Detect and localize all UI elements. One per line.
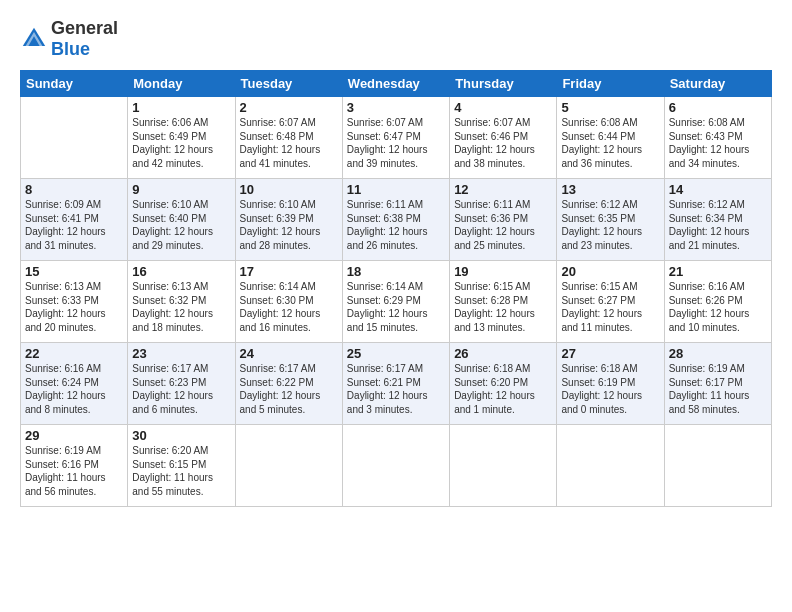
day-info: Sunrise: 6:18 AMSunset: 6:19 PMDaylight:… bbox=[561, 363, 642, 415]
day-number: 15 bbox=[25, 264, 123, 279]
day-number: 11 bbox=[347, 182, 445, 197]
calendar-day-cell: 24 Sunrise: 6:17 AMSunset: 6:22 PMDaylig… bbox=[235, 343, 342, 425]
calendar-day-cell: 27 Sunrise: 6:18 AMSunset: 6:19 PMDaylig… bbox=[557, 343, 664, 425]
day-info: Sunrise: 6:20 AMSunset: 6:15 PMDaylight:… bbox=[132, 445, 213, 497]
calendar-day-cell: 15 Sunrise: 6:13 AMSunset: 6:33 PMDaylig… bbox=[21, 261, 128, 343]
calendar-header-thursday: Thursday bbox=[450, 71, 557, 97]
empty-cell bbox=[450, 425, 557, 507]
calendar-day-cell: 2 Sunrise: 6:07 AMSunset: 6:48 PMDayligh… bbox=[235, 97, 342, 179]
calendar-day-cell: 20 Sunrise: 6:15 AMSunset: 6:27 PMDaylig… bbox=[557, 261, 664, 343]
day-number: 13 bbox=[561, 182, 659, 197]
day-info: Sunrise: 6:11 AMSunset: 6:36 PMDaylight:… bbox=[454, 199, 535, 251]
day-info: Sunrise: 6:10 AMSunset: 6:39 PMDaylight:… bbox=[240, 199, 321, 251]
empty-cell bbox=[557, 425, 664, 507]
empty-cell bbox=[235, 425, 342, 507]
calendar-day-cell: 12 Sunrise: 6:11 AMSunset: 6:36 PMDaylig… bbox=[450, 179, 557, 261]
day-number: 19 bbox=[454, 264, 552, 279]
day-info: Sunrise: 6:07 AMSunset: 6:46 PMDaylight:… bbox=[454, 117, 535, 169]
day-info: Sunrise: 6:13 AMSunset: 6:32 PMDaylight:… bbox=[132, 281, 213, 333]
day-number: 21 bbox=[669, 264, 767, 279]
day-info: Sunrise: 6:11 AMSunset: 6:38 PMDaylight:… bbox=[347, 199, 428, 251]
calendar-day-cell: 10 Sunrise: 6:10 AMSunset: 6:39 PMDaylig… bbox=[235, 179, 342, 261]
calendar-day-cell: 14 Sunrise: 6:12 AMSunset: 6:34 PMDaylig… bbox=[664, 179, 771, 261]
empty-cell bbox=[21, 97, 128, 179]
header: General Blue bbox=[20, 18, 772, 60]
calendar-day-cell: 28 Sunrise: 6:19 AMSunset: 6:17 PMDaylig… bbox=[664, 343, 771, 425]
calendar-week-row: 1 Sunrise: 6:06 AMSunset: 6:49 PMDayligh… bbox=[21, 97, 772, 179]
logo-icon bbox=[20, 25, 48, 53]
day-info: Sunrise: 6:07 AMSunset: 6:48 PMDaylight:… bbox=[240, 117, 321, 169]
day-info: Sunrise: 6:16 AMSunset: 6:24 PMDaylight:… bbox=[25, 363, 106, 415]
day-number: 30 bbox=[132, 428, 230, 443]
day-number: 10 bbox=[240, 182, 338, 197]
empty-cell bbox=[664, 425, 771, 507]
day-number: 26 bbox=[454, 346, 552, 361]
calendar-header-wednesday: Wednesday bbox=[342, 71, 449, 97]
day-number: 9 bbox=[132, 182, 230, 197]
day-info: Sunrise: 6:06 AMSunset: 6:49 PMDaylight:… bbox=[132, 117, 213, 169]
calendar-day-cell: 23 Sunrise: 6:17 AMSunset: 6:23 PMDaylig… bbox=[128, 343, 235, 425]
day-number: 18 bbox=[347, 264, 445, 279]
calendar-day-cell: 6 Sunrise: 6:08 AMSunset: 6:43 PMDayligh… bbox=[664, 97, 771, 179]
calendar-day-cell: 5 Sunrise: 6:08 AMSunset: 6:44 PMDayligh… bbox=[557, 97, 664, 179]
day-number: 3 bbox=[347, 100, 445, 115]
calendar-header-tuesday: Tuesday bbox=[235, 71, 342, 97]
calendar-table: SundayMondayTuesdayWednesdayThursdayFrid… bbox=[20, 70, 772, 507]
day-number: 25 bbox=[347, 346, 445, 361]
logo-blue-text: Blue bbox=[51, 39, 90, 59]
day-number: 2 bbox=[240, 100, 338, 115]
day-number: 17 bbox=[240, 264, 338, 279]
day-number: 29 bbox=[25, 428, 123, 443]
calendar-day-cell: 8 Sunrise: 6:09 AMSunset: 6:41 PMDayligh… bbox=[21, 179, 128, 261]
calendar-day-cell: 1 Sunrise: 6:06 AMSunset: 6:49 PMDayligh… bbox=[128, 97, 235, 179]
calendar-day-cell: 25 Sunrise: 6:17 AMSunset: 6:21 PMDaylig… bbox=[342, 343, 449, 425]
day-info: Sunrise: 6:10 AMSunset: 6:40 PMDaylight:… bbox=[132, 199, 213, 251]
calendar-header-saturday: Saturday bbox=[664, 71, 771, 97]
calendar-day-cell: 18 Sunrise: 6:14 AMSunset: 6:29 PMDaylig… bbox=[342, 261, 449, 343]
calendar-day-cell: 16 Sunrise: 6:13 AMSunset: 6:32 PMDaylig… bbox=[128, 261, 235, 343]
calendar-week-row: 22 Sunrise: 6:16 AMSunset: 6:24 PMDaylig… bbox=[21, 343, 772, 425]
day-number: 27 bbox=[561, 346, 659, 361]
empty-cell bbox=[342, 425, 449, 507]
day-info: Sunrise: 6:12 AMSunset: 6:35 PMDaylight:… bbox=[561, 199, 642, 251]
day-number: 4 bbox=[454, 100, 552, 115]
day-number: 28 bbox=[669, 346, 767, 361]
calendar-header-monday: Monday bbox=[128, 71, 235, 97]
calendar-day-cell: 30 Sunrise: 6:20 AMSunset: 6:15 PMDaylig… bbox=[128, 425, 235, 507]
calendar-header-friday: Friday bbox=[557, 71, 664, 97]
page: General Blue SundayMondayTuesdayWednesda… bbox=[0, 0, 792, 517]
day-info: Sunrise: 6:19 AMSunset: 6:17 PMDaylight:… bbox=[669, 363, 750, 415]
logo: General Blue bbox=[20, 18, 118, 60]
calendar-day-cell: 9 Sunrise: 6:10 AMSunset: 6:40 PMDayligh… bbox=[128, 179, 235, 261]
day-number: 24 bbox=[240, 346, 338, 361]
day-info: Sunrise: 6:09 AMSunset: 6:41 PMDaylight:… bbox=[25, 199, 106, 251]
calendar-day-cell: 13 Sunrise: 6:12 AMSunset: 6:35 PMDaylig… bbox=[557, 179, 664, 261]
day-info: Sunrise: 6:08 AMSunset: 6:44 PMDaylight:… bbox=[561, 117, 642, 169]
day-number: 12 bbox=[454, 182, 552, 197]
calendar-day-cell: 11 Sunrise: 6:11 AMSunset: 6:38 PMDaylig… bbox=[342, 179, 449, 261]
day-number: 16 bbox=[132, 264, 230, 279]
day-number: 6 bbox=[669, 100, 767, 115]
day-info: Sunrise: 6:08 AMSunset: 6:43 PMDaylight:… bbox=[669, 117, 750, 169]
day-info: Sunrise: 6:17 AMSunset: 6:21 PMDaylight:… bbox=[347, 363, 428, 415]
calendar-day-cell: 3 Sunrise: 6:07 AMSunset: 6:47 PMDayligh… bbox=[342, 97, 449, 179]
day-info: Sunrise: 6:15 AMSunset: 6:27 PMDaylight:… bbox=[561, 281, 642, 333]
day-info: Sunrise: 6:14 AMSunset: 6:30 PMDaylight:… bbox=[240, 281, 321, 333]
day-number: 14 bbox=[669, 182, 767, 197]
day-info: Sunrise: 6:17 AMSunset: 6:23 PMDaylight:… bbox=[132, 363, 213, 415]
calendar-day-cell: 29 Sunrise: 6:19 AMSunset: 6:16 PMDaylig… bbox=[21, 425, 128, 507]
calendar-day-cell: 4 Sunrise: 6:07 AMSunset: 6:46 PMDayligh… bbox=[450, 97, 557, 179]
day-info: Sunrise: 6:18 AMSunset: 6:20 PMDaylight:… bbox=[454, 363, 535, 415]
day-number: 23 bbox=[132, 346, 230, 361]
calendar-day-cell: 17 Sunrise: 6:14 AMSunset: 6:30 PMDaylig… bbox=[235, 261, 342, 343]
day-number: 20 bbox=[561, 264, 659, 279]
day-number: 8 bbox=[25, 182, 123, 197]
day-info: Sunrise: 6:14 AMSunset: 6:29 PMDaylight:… bbox=[347, 281, 428, 333]
day-info: Sunrise: 6:19 AMSunset: 6:16 PMDaylight:… bbox=[25, 445, 106, 497]
calendar-day-cell: 19 Sunrise: 6:15 AMSunset: 6:28 PMDaylig… bbox=[450, 261, 557, 343]
day-info: Sunrise: 6:13 AMSunset: 6:33 PMDaylight:… bbox=[25, 281, 106, 333]
day-info: Sunrise: 6:07 AMSunset: 6:47 PMDaylight:… bbox=[347, 117, 428, 169]
calendar-header-sunday: Sunday bbox=[21, 71, 128, 97]
calendar-week-row: 8 Sunrise: 6:09 AMSunset: 6:41 PMDayligh… bbox=[21, 179, 772, 261]
calendar-week-row: 15 Sunrise: 6:13 AMSunset: 6:33 PMDaylig… bbox=[21, 261, 772, 343]
